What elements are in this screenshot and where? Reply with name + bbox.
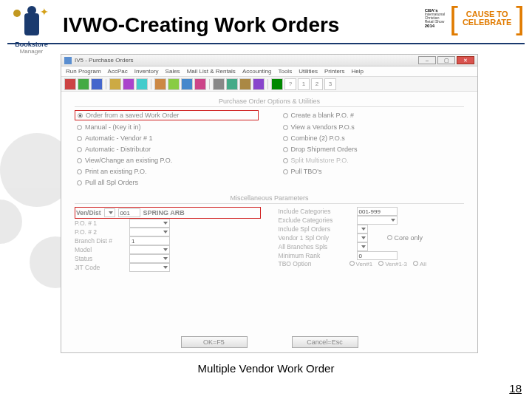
param-label: JIT Code <box>75 264 125 271</box>
toolbar-icon-4[interactable] <box>123 78 134 90</box>
toolbar-icon-11[interactable] <box>226 78 238 90</box>
option-label: View/Change an existing P.O. <box>85 157 172 164</box>
option-label: View a Vendors P.O.s <box>291 123 355 131</box>
option-view-change-an-existing-p-o-[interactable]: View/Change an existing P.O. <box>75 156 259 165</box>
toolbar-btn-2[interactable]: 2 <box>311 78 323 90</box>
param-minimum-rank: Minimum Rank0 <box>279 251 465 260</box>
minimize-button[interactable]: – <box>418 56 436 64</box>
tbo-opt-ven13[interactable]: Ven#1-3 <box>378 261 407 267</box>
param-input[interactable]: 0 <box>357 251 398 260</box>
param-input[interactable] <box>357 225 368 233</box>
param-input[interactable] <box>357 233 368 242</box>
toolbar-icon-10[interactable] <box>213 78 225 90</box>
param-input[interactable] <box>129 228 170 236</box>
param-include-spl-orders: Include Spl Orders <box>279 225 465 233</box>
option-automatic-distributor[interactable]: Automatic - Distributor <box>75 145 259 154</box>
menu-inventory[interactable]: Inventory <box>134 68 159 75</box>
toolbar-icon-13[interactable] <box>253 78 265 90</box>
radio-icon <box>77 180 82 185</box>
core-only-option[interactable]: Core only <box>387 234 423 242</box>
toolbar-btn-?[interactable]: ? <box>284 78 296 90</box>
option-label: Order from a saved Work Order <box>86 112 179 119</box>
option-pull-tbo-s[interactable]: Pull TBO's <box>281 167 465 176</box>
option-label: Pull all Spl Orders <box>85 179 138 186</box>
radio-icon <box>77 147 82 152</box>
misc-params-heading: Miscellaneous Parameters <box>75 193 464 204</box>
radio-icon <box>283 113 288 118</box>
cancel-button[interactable]: Cancel=Esc <box>292 336 358 348</box>
menu-accpac[interactable]: AccPac <box>108 68 128 75</box>
radio-icon <box>283 125 288 130</box>
toolbar-icon-1[interactable] <box>78 78 89 90</box>
param-input[interactable] <box>129 263 170 272</box>
menu-accounting[interactable]: Accounting <box>242 68 272 75</box>
ven-dist-row[interactable]: Ven/Dist 001 SPRING ARB <box>75 207 261 219</box>
slide-title: IVWO-Creating Work Orders <box>63 13 339 37</box>
param-jit-code: JIT Code <box>75 263 261 272</box>
param-input[interactable] <box>129 245 170 254</box>
toolbar-icon-5[interactable] <box>136 78 148 90</box>
toolbar-icon-0[interactable] <box>64 78 76 90</box>
param-input[interactable] <box>357 216 398 225</box>
window-titlebar[interactable]: IV5 - Purchase Orders – ▢ ✕ <box>61 55 477 66</box>
ven-dist-code-input[interactable]: 001 <box>118 208 140 217</box>
param-input[interactable] <box>357 242 368 251</box>
param-vendor-1-spl-only: Vendor 1 Spl OnlyCore only <box>279 233 465 242</box>
option-label: Automatic - Distributor <box>85 146 151 153</box>
param-input[interactable]: 1 <box>129 236 170 245</box>
toolbar-icon-7[interactable] <box>168 78 180 90</box>
toolbar-icon-9[interactable] <box>194 78 206 90</box>
toolbar-icon-14[interactable] <box>271 78 283 90</box>
tbo-option-group: Ven#1Ven#1-3All <box>349 261 426 267</box>
po-options-heading: Purchase Order Options & Utilities <box>75 96 464 107</box>
ven-dist-type-dropdown[interactable] <box>104 208 115 217</box>
toolbar-icon-3[interactable] <box>109 78 121 90</box>
param-input[interactable] <box>129 219 170 228</box>
tbo-opt-all[interactable]: All <box>413 261 426 267</box>
radio-icon <box>77 158 82 163</box>
option-print-an-existing-p-o-[interactable]: Print an existing P.O. <box>75 167 259 176</box>
menu-tools[interactable]: Tools <box>278 68 292 75</box>
param-exclude-categories: Exclude Categories <box>279 216 465 225</box>
param-p-o-2: P.O. # 2 <box>75 228 261 236</box>
ok-button[interactable]: OK=F5 <box>181 336 248 348</box>
menu-run-program[interactable]: Run Program <box>66 68 101 75</box>
option-pull-all-spl-orders[interactable]: Pull all Spl Orders <box>75 178 259 187</box>
menu-help[interactable]: Help <box>352 68 364 75</box>
menu-mail-list-rentals[interactable]: Mail List & Rentals <box>187 68 236 75</box>
toolbar-icon-8[interactable] <box>181 78 193 90</box>
option-label: Split Multistore P.O. <box>291 157 349 164</box>
close-button[interactable]: ✕ <box>457 56 474 64</box>
menu-sales[interactable]: Sales <box>166 68 180 75</box>
radio-icon <box>283 158 288 163</box>
option-combine-2-p-o-s[interactable]: Combine (2) P.O.s <box>281 134 465 143</box>
param-input[interactable]: 001-999 <box>357 207 398 216</box>
toolbar-icon-6[interactable] <box>154 78 166 90</box>
param-label: Model <box>75 246 125 253</box>
option-manual-key-it-in-[interactable]: Manual - (Key it in) <box>75 123 259 132</box>
menu-printers[interactable]: Printers <box>324 68 345 75</box>
param-label: Minimum Rank <box>279 252 352 259</box>
option-view-a-vendors-p-o-s[interactable]: View a Vendors P.O.s <box>281 123 465 132</box>
option-order-from-a-saved-work-order[interactable]: Order from a saved Work Order <box>75 110 259 120</box>
option-split-multistore-p-o-[interactable]: Split Multistore P.O. <box>281 156 465 165</box>
option-drop-shipment-orders[interactable]: Drop Shipment Orders <box>281 145 465 154</box>
param-label: Status <box>75 255 125 262</box>
toolbar-icon-12[interactable] <box>239 78 251 90</box>
toolbar-icon-2[interactable] <box>91 78 103 90</box>
po-options-grid: Order from a saved Work OrderCreate a bl… <box>75 110 464 187</box>
toolbar-btn-3[interactable]: 3 <box>324 78 336 90</box>
option-create-a-blank-p-o-[interactable]: Create a blank P.O. # <box>281 110 465 120</box>
param-input[interactable] <box>129 254 170 263</box>
menu-utilities[interactable]: Utilities <box>299 68 318 75</box>
radio-icon <box>283 136 288 141</box>
tbo-opt-ven1[interactable]: Ven#1 <box>349 261 373 267</box>
slide-caption: Multiple Vendor Work Order <box>0 362 532 375</box>
maximize-button[interactable]: ▢ <box>437 56 455 64</box>
window-title: IV5 - Purchase Orders <box>75 57 134 64</box>
param-label: Vendor 1 Spl Only <box>279 234 352 242</box>
toolbar-btn-1[interactable]: 1 <box>298 78 310 90</box>
title-underline <box>7 43 525 44</box>
bookstore-manager-logo: ✦ BookstoreManager <box>7 6 55 55</box>
option-automatic-vendor-1[interactable]: Automatic - Vendor # 1 <box>75 134 259 143</box>
